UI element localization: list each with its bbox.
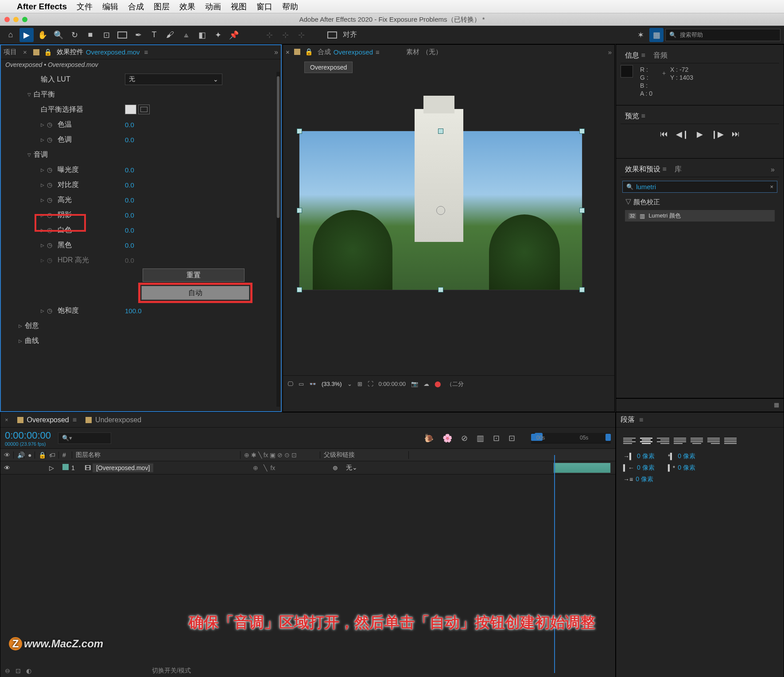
tab-effect-controls[interactable]: 效果控件 Overexposed.mov ≡ <box>57 48 148 56</box>
shadows-value[interactable]: 0.0 <box>125 211 134 219</box>
composition-frame[interactable] <box>299 131 582 290</box>
tab-preview[interactable]: 预览 ≡ <box>625 112 645 121</box>
rectangle-tool-icon[interactable] <box>115 28 129 42</box>
zoom-out-icon[interactable]: ⊖ <box>5 667 10 674</box>
tone-group[interactable]: ▽ 音调 <box>5 150 125 160</box>
effects-search-input[interactable] <box>636 183 770 191</box>
chevron-down-icon[interactable]: ⌄ <box>347 381 352 387</box>
lock-icon[interactable]: 🔒 <box>44 48 52 56</box>
whites-value[interactable]: 0.0 <box>125 226 134 234</box>
clone-stamp-tool-icon[interactable]: ⟁ <box>179 28 193 42</box>
help-search[interactable]: 🔍 搜索帮助 <box>665 29 780 41</box>
axis-view-icon[interactable]: ⊹ <box>294 28 308 42</box>
last-frame-icon[interactable]: ⏭ <box>732 129 740 139</box>
exposure-label[interactable]: ▷ 曝光度 <box>5 165 125 175</box>
menu-help[interactable]: 帮助 <box>282 1 298 12</box>
tab-project[interactable]: 项目 <box>4 48 17 56</box>
contrast-value[interactable]: 0.0 <box>125 181 134 189</box>
playhead-line[interactable] <box>554 455 555 673</box>
contrast-label[interactable]: ▷ 对比度 <box>5 180 125 190</box>
layer-track-bar[interactable] <box>553 463 611 473</box>
saturation-value[interactable]: 100.0 <box>125 307 142 315</box>
pan-behind-tool-icon[interactable]: ⊡ <box>99 28 113 42</box>
panel-menu-icon[interactable]: ≡ <box>144 48 148 56</box>
visibility-toggle[interactable]: 👁 <box>0 464 14 471</box>
viewer-area[interactable]: 🖵 ▭ 👓 (33.3%) ⌄ ⊞ ⛶ 0:00:00:00 📷 ☁ ⬤ （二分 <box>283 73 614 392</box>
play-icon[interactable]: ▶ <box>697 129 703 139</box>
space-before[interactable]: *▍0 像素 <box>668 452 695 460</box>
menu-edit[interactable]: 编辑 <box>102 1 118 12</box>
work-area-start[interactable] <box>531 434 536 441</box>
toggle-switches-label[interactable]: 切换开关/模式 <box>152 667 191 675</box>
saturation-label[interactable]: ▷ 饱和度 <box>5 306 125 315</box>
current-timecode[interactable]: 0:00:00:00 <box>5 430 51 441</box>
snap-icon[interactable] <box>325 28 339 42</box>
col-solo-icon[interactable]: ● <box>24 451 35 459</box>
timeline-search[interactable]: 🔍▾ <box>58 432 111 444</box>
snapshot-icon[interactable]: 📷 <box>411 381 418 387</box>
timeline-tab-active[interactable]: Overexposed ≡ <box>17 416 77 424</box>
indent-left[interactable]: →▍0 像素 <box>623 452 655 460</box>
highlights-label[interactable]: ▷ 高光 <box>5 195 125 205</box>
panel-menu-icon[interactable]: ≡ <box>639 416 643 424</box>
tab-effects-presets[interactable]: 效果和预设 ≡ <box>625 165 667 174</box>
minimize-window-icon[interactable] <box>13 17 19 22</box>
type-tool-icon[interactable]: T <box>147 28 161 42</box>
space-after[interactable]: ▍*0 像素 <box>668 464 695 472</box>
clear-search-icon[interactable]: × <box>770 183 773 190</box>
tree-group-color[interactable]: ▽ 颜色校正 <box>621 196 779 208</box>
transform-handle[interactable] <box>297 287 302 292</box>
work-area-end[interactable] <box>605 434 611 441</box>
overflow-icon[interactable]: » <box>608 48 612 56</box>
highlights-value[interactable]: 0.0 <box>125 196 134 204</box>
menu-view[interactable]: 视图 <box>231 1 247 12</box>
selection-tool-icon[interactable]: ▶ <box>19 28 34 42</box>
align-right-icon[interactable] <box>657 436 669 446</box>
resolution-label[interactable]: （二分 <box>446 380 464 388</box>
timeline-tab-inactive[interactable]: Underexposed <box>85 416 141 424</box>
layer-row[interactable]: 👁 ▷ 1 🎞 [Overexposed.mov] ⊕ ╲ fx ⊚ 无⌄ <box>0 461 615 475</box>
grid-icon[interactable]: ⊞ <box>357 381 362 387</box>
menu-composition[interactable]: 合成 <box>128 1 144 12</box>
pen-tool-icon[interactable]: ✒ <box>131 28 145 42</box>
menu-layer[interactable]: 图层 <box>154 1 170 12</box>
next-frame-icon[interactable]: ❙▶ <box>711 129 724 139</box>
temperature-value[interactable]: 0.0 <box>125 121 134 128</box>
color-management-icon[interactable]: ⬤ <box>435 381 441 387</box>
workspace-icon[interactable]: ✶ <box>633 28 648 42</box>
axis-local-icon[interactable]: ⊹ <box>262 28 276 42</box>
anchor-point-icon[interactable] <box>436 206 445 215</box>
tree-item-lumetri[interactable]: 32 ▥ Lumetri 颜色 <box>625 210 775 222</box>
parent-dropdown[interactable]: 无⌄ <box>346 464 357 471</box>
expand-icon[interactable]: ▷ <box>46 464 59 471</box>
zoom-level[interactable]: (33.3%) <box>322 381 342 387</box>
justify-last-right-icon[interactable] <box>707 436 720 446</box>
axis-world-icon[interactable]: ⊹ <box>278 28 292 42</box>
magnification-icon[interactable]: 🖵 <box>287 381 293 387</box>
panel-menu-icon[interactable]: ≡ <box>376 48 380 56</box>
hand-tool-icon[interactable]: ✋ <box>35 28 50 42</box>
first-line-indent[interactable]: →≡0 像素 <box>623 475 653 483</box>
tab-library[interactable]: 库 <box>675 165 682 174</box>
tab-composition[interactable]: 合成 Overexposed ≡ <box>318 48 380 56</box>
tint-label[interactable]: ▷ 色调 <box>5 135 125 144</box>
effect-scrollbar[interactable] <box>276 72 280 407</box>
menu-window[interactable]: 窗口 <box>256 1 272 12</box>
close-tab-icon[interactable]: × <box>286 48 290 56</box>
puppet-tool-icon[interactable]: 📌 <box>227 28 241 42</box>
align-center-icon[interactable] <box>640 436 652 446</box>
motion-blur-icon[interactable]: ⊘ <box>461 433 468 443</box>
show-channel-icon[interactable]: ☁ <box>423 381 429 387</box>
resolution-icon[interactable]: ▭ <box>299 381 304 387</box>
maximize-window-icon[interactable] <box>22 17 27 22</box>
tab-audio[interactable]: 音频 <box>653 51 668 60</box>
guides-icon[interactable]: ⛶ <box>368 381 373 387</box>
transform-handle[interactable] <box>297 128 302 134</box>
orbit-tool-icon[interactable]: ↻ <box>67 28 82 42</box>
curves-group[interactable]: ▷ 曲线 <box>5 336 125 346</box>
reset-button[interactable]: 重置 <box>143 268 245 282</box>
current-time[interactable]: 0:00:00:00 <box>379 381 406 387</box>
auto-button[interactable]: 自动 <box>141 286 249 300</box>
close-tab-icon[interactable]: × <box>23 48 27 56</box>
whites-label[interactable]: ▷ 白色 <box>5 226 125 235</box>
